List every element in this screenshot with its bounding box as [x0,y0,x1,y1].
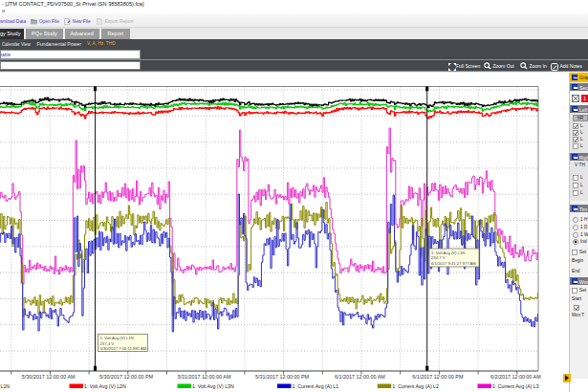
svg-text:1: Volt Avg (V) L1N: 1: Volt Avg (V) L1N [100,336,134,340]
svg-text:1: Volt Avg (V) L2N: 1: Volt Avg (V) L2N [84,383,126,389]
svg-text:6/1/2017 12:00:00 PM: 6/1/2017 12:00:00 PM [412,374,464,380]
svg-text:6/2/2017 12:00:00 AM: 6/2/2017 12:00:00 AM [490,374,541,380]
svg-text:5/30/2017 12:00:00 PM: 5/30/2017 12:00:00 PM [99,374,154,380]
svg-text:1: Volt Avg (V) L1N: 1: Volt Avg (V) L1N [431,250,465,255]
svg-text:1: Current Avg (A) L1: 1: Current Avg (A) L1 [293,383,339,389]
svg-text:6/1/2017 9:41:27.977 AM: 6/1/2017 9:41:27.977 AM [431,261,476,266]
svg-text:5/30/2017 12:00:00 AM: 5/30/2017 12:00:00 AM [22,374,76,380]
svg-text:1: Current Avg (A) L2: 1: Current Avg (A) L2 [392,383,439,389]
svg-text:234.7 V: 234.7 V [431,255,446,260]
svg-text:1: Volt Avg (V) L3N: 1: Volt Avg (V) L3N [192,383,234,389]
svg-text:237.4 V: 237.4 V [100,341,115,346]
svg-text:6/1/2017 12:00:00 AM: 6/1/2017 12:00:00 AM [335,374,385,380]
svg-text:5/31/2017 12:00:00 PM: 5/31/2017 12:00:00 PM [255,374,310,380]
svg-text:L1N: L1N [1,383,11,389]
svg-text:5/31/2017 12:00:00 AM: 5/31/2017 12:00:00 AM [178,374,231,380]
svg-text:5/30/2017 7:06:11.881 AM: 5/30/2017 7:06:11.881 AM [100,346,147,351]
svg-text:1: Current Avg (A) L3: 1: Current Avg (A) L3 [492,383,539,389]
